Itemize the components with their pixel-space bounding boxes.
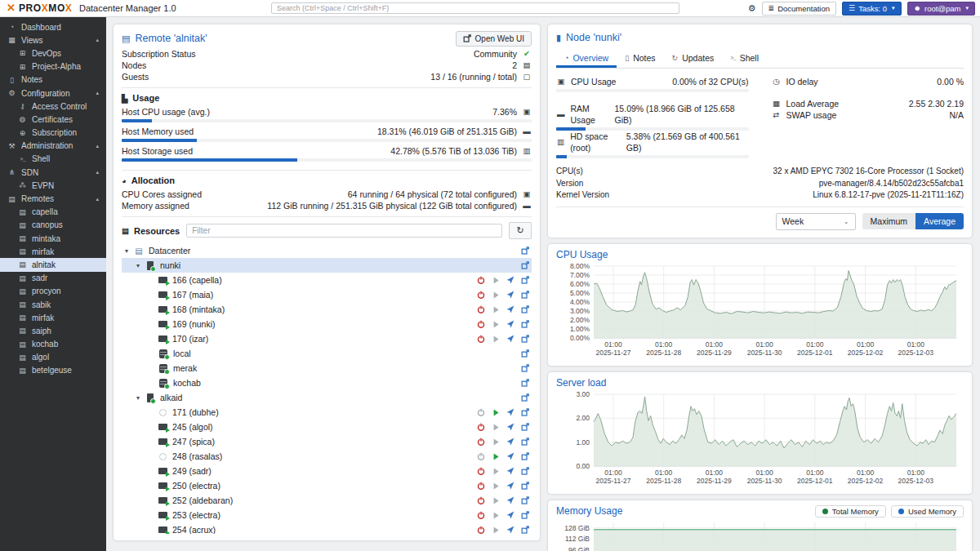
maximum-button[interactable]: Maximum bbox=[862, 213, 916, 229]
start-action-icon[interactable] bbox=[492, 291, 500, 299]
shutdown-action-icon[interactable] bbox=[477, 511, 485, 519]
open-action-icon[interactable] bbox=[521, 438, 529, 446]
migrate-action-icon[interactable] bbox=[506, 335, 514, 343]
tree-row-171-dubhe[interactable]: 171 (dubhe) bbox=[122, 405, 532, 420]
start-action-icon[interactable] bbox=[492, 320, 500, 328]
migrate-action-icon[interactable] bbox=[506, 291, 514, 299]
sidebar-item-views[interactable]: ▦Views▴ bbox=[0, 33, 106, 47]
tree-row-250-electra[interactable]: 250 (electra) bbox=[122, 478, 532, 493]
tree-row-170-izar[interactable]: 170 (izar) bbox=[122, 331, 532, 346]
user-menu-button[interactable]: ☻root@pam▾ bbox=[907, 2, 976, 16]
time-range-select[interactable]: Week⌄ bbox=[776, 213, 856, 230]
caret-down-icon[interactable]: ▾ bbox=[136, 262, 145, 269]
open-action-icon[interactable] bbox=[521, 452, 529, 460]
legend-total-memory[interactable]: Total Memory bbox=[815, 505, 886, 518]
sidebar-item-remotes[interactable]: ▤Remotes▴ bbox=[0, 192, 106, 205]
migrate-action-icon[interactable] bbox=[506, 452, 514, 460]
collapse-caret-icon[interactable]: ▴ bbox=[96, 37, 106, 43]
tasks-button[interactable]: ☰Tasks: 0▾ bbox=[842, 2, 901, 16]
open-action-icon[interactable] bbox=[521, 467, 529, 475]
start-action-icon[interactable] bbox=[492, 335, 500, 343]
sidebar-item-devops[interactable]: ⊞DevOps bbox=[0, 47, 106, 60]
tree-row-253-electra[interactable]: 253 (electra) bbox=[122, 508, 532, 522]
shutdown-action-icon[interactable] bbox=[477, 423, 485, 431]
tree-row-168-mintaka[interactable]: 168 (mintaka) bbox=[122, 302, 532, 317]
sidebar-item-project-alpha[interactable]: ⊞Project-Alpha bbox=[0, 60, 106, 73]
sidebar-item-subscription[interactable]: ⊕Subscription bbox=[0, 127, 106, 140]
open-action-icon[interactable] bbox=[521, 364, 529, 372]
start-action-icon[interactable] bbox=[492, 467, 500, 475]
tree-row-local[interactable]: local bbox=[122, 346, 532, 361]
sidebar-item-dashboard[interactable]: ◔Dashboard bbox=[0, 20, 106, 33]
migrate-action-icon[interactable] bbox=[506, 511, 514, 519]
tab-shell[interactable]: >_Shell bbox=[722, 49, 767, 68]
start-action-icon[interactable] bbox=[492, 305, 500, 313]
tree-row-252-aldebaran[interactable]: 252 (aldebaran) bbox=[122, 493, 532, 508]
sidebar-item-notes[interactable]: ▯Notes bbox=[0, 73, 106, 87]
start-action-icon[interactable] bbox=[492, 452, 500, 460]
shutdown-action-icon[interactable] bbox=[477, 276, 485, 284]
start-action-icon[interactable] bbox=[492, 438, 500, 446]
sidebar-item-alnitak[interactable]: ▤alnitak bbox=[0, 258, 106, 271]
tree-row-247-spica[interactable]: 247 (spica) bbox=[122, 434, 532, 449]
sidebar-item-sadr[interactable]: ▤sadr bbox=[0, 272, 106, 285]
start-action-icon[interactable] bbox=[492, 511, 500, 519]
shutdown-action-icon[interactable] bbox=[477, 305, 485, 313]
collapse-caret-icon[interactable]: ▴ bbox=[96, 90, 106, 96]
open-action-icon[interactable] bbox=[521, 335, 529, 343]
documentation-button[interactable]: ≣Documentation bbox=[762, 2, 836, 16]
migrate-action-icon[interactable] bbox=[506, 276, 514, 284]
open-action-icon[interactable] bbox=[521, 408, 529, 416]
open-action-icon[interactable] bbox=[521, 261, 529, 269]
open-action-icon[interactable] bbox=[521, 305, 529, 313]
open-action-icon[interactable] bbox=[521, 423, 529, 431]
tree-row-245-algol[interactable]: 245 (algol) bbox=[122, 420, 532, 434]
migrate-action-icon[interactable] bbox=[506, 423, 514, 431]
sidebar-item-capella[interactable]: ▤capella bbox=[0, 206, 106, 219]
collapse-caret-icon[interactable]: ▴ bbox=[96, 169, 106, 176]
migrate-action-icon[interactable] bbox=[506, 438, 514, 446]
open-action-icon[interactable] bbox=[521, 379, 529, 387]
migrate-action-icon[interactable] bbox=[506, 496, 514, 504]
tree-row-alkaid[interactable]: ▾alkaid bbox=[122, 390, 532, 405]
shutdown-action-icon[interactable] bbox=[477, 408, 485, 416]
sidebar-item-sdn[interactable]: ⋔SDN▴ bbox=[0, 166, 106, 179]
tree-row-167-maia[interactable]: 167 (maia) bbox=[122, 287, 532, 302]
tree-row-248-rasalas[interactable]: 248 (rasalas) bbox=[122, 449, 532, 464]
sidebar-item-saiph[interactable]: ▤saiph bbox=[0, 324, 106, 337]
migrate-action-icon[interactable] bbox=[506, 320, 514, 328]
collapse-caret-icon[interactable]: ▴ bbox=[96, 143, 106, 149]
migrate-action-icon[interactable] bbox=[506, 305, 514, 313]
open-web-ui-button[interactable]: Open Web UI bbox=[456, 31, 532, 47]
tree-row-249-sadr[interactable]: 249 (sadr) bbox=[122, 464, 532, 478]
shutdown-action-icon[interactable] bbox=[477, 291, 485, 299]
open-action-icon[interactable] bbox=[521, 496, 529, 504]
settings-icon[interactable]: ⚙ bbox=[748, 0, 756, 16]
sidebar-item-mirfak[interactable]: ▤mirfak bbox=[0, 245, 106, 258]
tree-row-kochab[interactable]: kochab bbox=[122, 375, 532, 390]
start-action-icon[interactable] bbox=[492, 526, 500, 534]
start-action-icon[interactable] bbox=[492, 423, 500, 431]
open-action-icon[interactable] bbox=[521, 482, 529, 490]
sidebar-item-shell[interactable]: >_Shell bbox=[0, 153, 106, 166]
open-action-icon[interactable] bbox=[521, 320, 529, 328]
caret-down-icon[interactable]: ▾ bbox=[136, 394, 145, 402]
tab-updates[interactable]: ↻Updates bbox=[664, 49, 723, 68]
tree-row-nunki[interactable]: ▾nunki bbox=[122, 258, 532, 273]
tab-overview[interactable]: ◔Overview bbox=[556, 49, 617, 68]
tree-row-166-capella[interactable]: 166 (capella) bbox=[122, 273, 532, 287]
legend-used-memory[interactable]: Used Memory bbox=[891, 505, 964, 518]
migrate-action-icon[interactable] bbox=[506, 408, 514, 416]
open-action-icon[interactable] bbox=[521, 511, 529, 519]
migrate-action-icon[interactable] bbox=[506, 482, 514, 490]
resources-filter-input[interactable] bbox=[186, 224, 502, 238]
shutdown-action-icon[interactable] bbox=[477, 320, 485, 328]
average-button[interactable]: Average bbox=[915, 213, 964, 229]
shutdown-action-icon[interactable] bbox=[477, 438, 485, 446]
sidebar-item-mintaka[interactable]: ▤mintaka bbox=[0, 232, 106, 245]
sidebar-item-administration[interactable]: ⚒Administration▴ bbox=[0, 140, 106, 153]
open-action-icon[interactable] bbox=[521, 276, 529, 284]
tree-row-datacenter[interactable]: ▾▤Datacenter bbox=[122, 243, 532, 258]
tree-row-254-acrux[interactable]: 254 (acrux) bbox=[122, 522, 532, 534]
sidebar-item-certificates[interactable]: ◍Certificates bbox=[0, 113, 106, 126]
